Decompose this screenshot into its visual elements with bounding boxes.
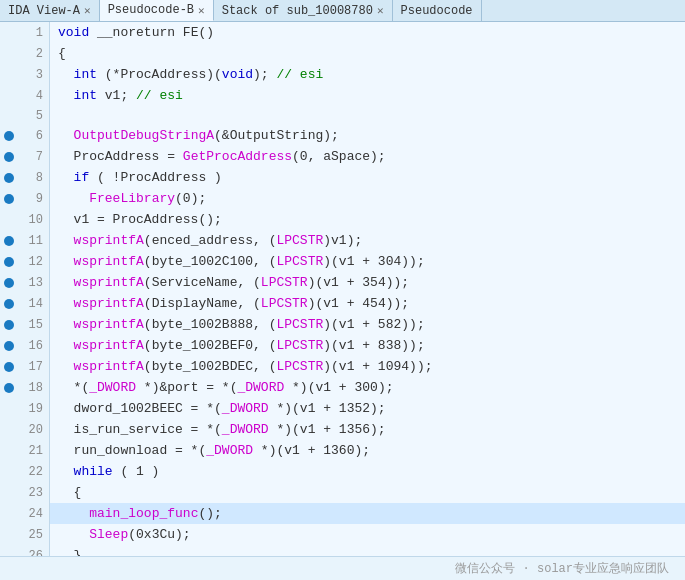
table-row: 12 wsprintfA(byte_1002C100, (LPCSTR)(v1 … — [0, 251, 685, 272]
breakpoint-dot-7 — [4, 152, 14, 162]
breakpoint-col-3[interactable] — [0, 64, 18, 85]
breakpoint-col-14[interactable] — [0, 293, 18, 314]
breakpoint-col-6[interactable] — [0, 125, 18, 146]
tab-tab4[interactable]: Pseudocode — [393, 0, 482, 21]
kw-token: void — [58, 25, 89, 40]
kw2-token: _DWORD — [222, 401, 269, 416]
line-number-6: 6 — [18, 125, 50, 146]
var-token: *)(v1 + 1356); — [269, 422, 386, 437]
table-row: 19 dword_1002BEEC = *(_DWORD *)(v1 + 135… — [0, 398, 685, 419]
breakpoint-dot-11 — [4, 236, 14, 246]
breakpoint-col-26[interactable] — [0, 545, 18, 556]
breakpoint-col-5[interactable] — [0, 106, 18, 125]
breakpoint-dot-16 — [4, 341, 14, 351]
tab-tab1[interactable]: IDA View-A✕ — [0, 0, 100, 21]
breakpoint-col-12[interactable] — [0, 251, 18, 272]
breakpoint-col-15[interactable] — [0, 314, 18, 335]
code-content-8: if ( !ProcAddress ) — [50, 167, 685, 188]
breakpoint-col-18[interactable] — [0, 377, 18, 398]
var-token — [58, 296, 74, 311]
breakpoint-col-2[interactable] — [0, 43, 18, 64]
breakpoint-col-1[interactable] — [0, 22, 18, 43]
table-row: 26 } — [0, 545, 685, 556]
var-token — [58, 317, 74, 332]
breakpoint-col-25[interactable] — [0, 524, 18, 545]
tab-label-tab4: Pseudocode — [401, 4, 473, 18]
tab-close-tab3[interactable]: ✕ — [377, 4, 384, 17]
var-token: { — [58, 46, 66, 61]
table-row: 6 OutputDebugStringA(&OutputString); — [0, 125, 685, 146]
breakpoint-col-7[interactable] — [0, 146, 18, 167]
code-content-5 — [50, 106, 685, 125]
comment-token: // esi — [276, 67, 323, 82]
var-token: ( !ProcAddress ) — [89, 170, 222, 185]
fn-token: wsprintfA — [74, 296, 144, 311]
line-number-26: 26 — [18, 545, 50, 556]
var-token: )(v1 + 838)); — [323, 338, 424, 353]
var-token: ); — [253, 67, 276, 82]
tab-tab3[interactable]: Stack of sub_10008780✕ — [214, 0, 393, 21]
line-number-3: 3 — [18, 64, 50, 85]
var-token: (*ProcAddress)( — [97, 67, 222, 82]
line-number-5: 5 — [18, 106, 50, 125]
var-token: *)&port = *( — [136, 380, 237, 395]
line-number-10: 10 — [18, 209, 50, 230]
var-token — [58, 527, 89, 542]
kw2-token: LPCSTR — [276, 338, 323, 353]
tab-close-tab1[interactable]: ✕ — [84, 4, 91, 17]
breakpoint-col-24[interactable] — [0, 503, 18, 524]
code-content-19: dword_1002BEEC = *(_DWORD *)(v1 + 1352); — [50, 398, 685, 419]
breakpoint-col-9[interactable] — [0, 188, 18, 209]
code-lines: 1void __noreturn FE()2{3 int (*ProcAddre… — [0, 22, 685, 556]
var-token — [58, 254, 74, 269]
tab-label-tab1: IDA View-A — [8, 4, 80, 18]
fn-token: Sleep — [89, 527, 128, 542]
tab-close-tab2[interactable]: ✕ — [198, 4, 205, 17]
code-content-3: int (*ProcAddress)(void); // esi — [50, 64, 685, 85]
breakpoint-col-11[interactable] — [0, 230, 18, 251]
var-token — [58, 233, 74, 248]
var-token: *)(v1 + 1360); — [253, 443, 370, 458]
breakpoint-dot-6 — [4, 131, 14, 141]
code-area[interactable]: 1void __noreturn FE()2{3 int (*ProcAddre… — [0, 22, 685, 556]
breakpoint-dot-8 — [4, 173, 14, 183]
breakpoint-col-21[interactable] — [0, 440, 18, 461]
line-number-16: 16 — [18, 335, 50, 356]
line-number-19: 19 — [18, 398, 50, 419]
breakpoint-col-8[interactable] — [0, 167, 18, 188]
breakpoint-col-13[interactable] — [0, 272, 18, 293]
breakpoint-dot-18 — [4, 383, 14, 393]
breakpoint-col-17[interactable] — [0, 356, 18, 377]
line-number-7: 7 — [18, 146, 50, 167]
tab-label-tab2: Pseudocode-B — [108, 3, 194, 17]
breakpoint-col-4[interactable] — [0, 85, 18, 106]
kw2-token: LPCSTR — [276, 233, 323, 248]
breakpoint-col-10[interactable] — [0, 209, 18, 230]
breakpoint-col-23[interactable] — [0, 482, 18, 503]
table-row: 23 { — [0, 482, 685, 503]
line-number-4: 4 — [18, 85, 50, 106]
line-number-15: 15 — [18, 314, 50, 335]
var-token: *( — [58, 380, 89, 395]
line-number-21: 21 — [18, 440, 50, 461]
var-token: dword_1002BEEC = *( — [58, 401, 222, 416]
line-number-18: 18 — [18, 377, 50, 398]
breakpoint-col-22[interactable] — [0, 461, 18, 482]
code-content-16: wsprintfA(byte_1002BEF0, (LPCSTR)(v1 + 8… — [50, 335, 685, 356]
line-number-2: 2 — [18, 43, 50, 64]
kw-token: int — [74, 88, 97, 103]
tab-tab2[interactable]: Pseudocode-B✕ — [100, 0, 214, 21]
var-token: (byte_1002C100, ( — [144, 254, 277, 269]
breakpoint-col-20[interactable] — [0, 419, 18, 440]
var-token: ( 1 ) — [113, 464, 160, 479]
var-token: ProcAddress = — [58, 149, 183, 164]
var-token: (0x3Cu); — [128, 527, 190, 542]
breakpoint-col-19[interactable] — [0, 398, 18, 419]
var-token: (0, aSpace); — [292, 149, 386, 164]
table-row: 18 *(_DWORD *)&port = *(_DWORD *)(v1 + 3… — [0, 377, 685, 398]
breakpoint-col-16[interactable] — [0, 335, 18, 356]
code-content-12: wsprintfA(byte_1002C100, (LPCSTR)(v1 + 3… — [50, 251, 685, 272]
code-content-25: Sleep(0x3Cu); — [50, 524, 685, 545]
var-token: is_run_service = *( — [58, 422, 222, 437]
var-token: (enced_address, ( — [144, 233, 277, 248]
